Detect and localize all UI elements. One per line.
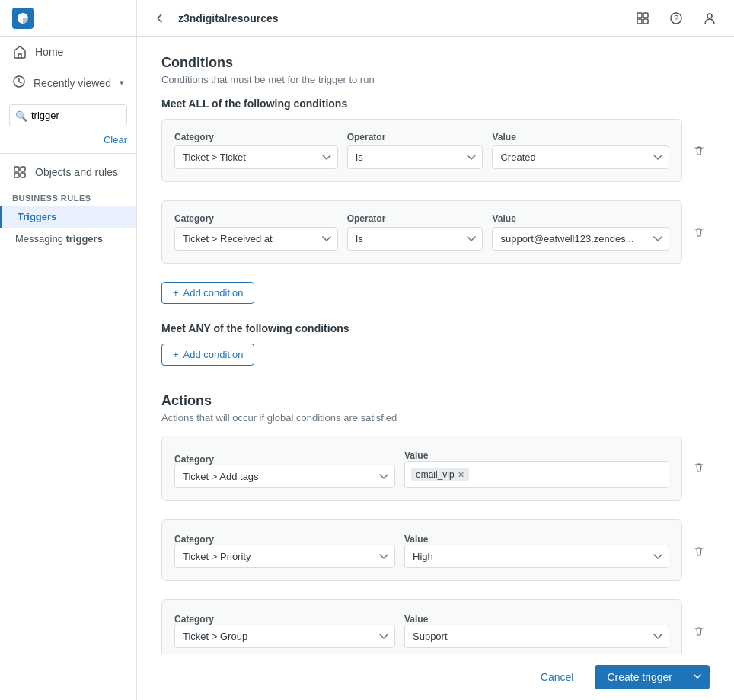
action2-category-group: Category Ticket > Priority xyxy=(174,532,395,568)
delete-condition2-button[interactable] xyxy=(688,222,710,243)
user-icon-button[interactable] xyxy=(697,6,722,30)
svg-rect-8 xyxy=(637,19,642,24)
condition2-operator-select[interactable]: Is xyxy=(347,227,483,251)
condition1-operator-group: Operator Is xyxy=(347,132,483,169)
plus-icon-any: + xyxy=(173,349,179,360)
action3-value-group: Value Support Sales xyxy=(404,612,669,648)
meet-any-section: Meet ANY of the following conditions + A… xyxy=(161,322,710,378)
condition1-value-group: Value Created xyxy=(492,132,669,169)
condition1-operator-select[interactable]: Is xyxy=(347,145,483,169)
condition2-category-select[interactable]: Ticket > Received at xyxy=(174,227,338,251)
delete-action3-button[interactable] xyxy=(688,621,710,642)
condition1-value-select[interactable]: Created xyxy=(492,145,669,169)
clear-search-button[interactable]: Clear xyxy=(0,133,136,150)
zendesk-logo-icon xyxy=(12,8,34,29)
condition2-value-label: Value xyxy=(492,213,669,224)
sidebar-item-objects-and-rules[interactable]: Objects and rules xyxy=(0,157,136,187)
svg-text:?: ? xyxy=(674,14,678,23)
sidebar-divider xyxy=(0,153,136,154)
back-button[interactable] xyxy=(149,8,171,29)
add-condition-any-label: Add condition xyxy=(184,349,244,360)
action2-value-select[interactable]: High Low Normal Urgent xyxy=(404,545,669,568)
topbar-left: z3ndigitalresources xyxy=(149,8,279,29)
help-icon-button[interactable]: ? xyxy=(664,6,688,30)
recently-viewed-label: Recently viewed xyxy=(34,77,111,89)
action2-value-group: Value High Low Normal Urgent xyxy=(404,532,669,568)
conditions-title: Conditions xyxy=(161,55,710,71)
clock-icon xyxy=(12,75,26,91)
search-icon: 🔍 xyxy=(15,110,27,121)
search-box: 🔍 xyxy=(9,104,127,126)
action-row-2: Category Ticket > Priority Value High Lo… xyxy=(161,519,710,590)
action3-category-label: Category xyxy=(174,614,214,625)
condition1-operator-label: Operator xyxy=(347,132,483,142)
add-condition-all-label: Add condition xyxy=(184,287,244,299)
delete-action1-button[interactable] xyxy=(688,457,710,478)
content-area: Conditions Conditions that must be met f… xyxy=(137,37,734,654)
action3-value-select[interactable]: Support Sales xyxy=(404,625,669,648)
action1-category-select[interactable]: Ticket > Add tags xyxy=(174,465,395,488)
action1-value-group: Value email_vip ✕ xyxy=(404,449,669,488)
meet-all-label: Meet ALL of the following conditions xyxy=(161,97,710,110)
create-trigger-dropdown-button[interactable] xyxy=(685,665,710,689)
delete-action2-button[interactable] xyxy=(688,541,710,562)
condition1-value-label: Value xyxy=(492,132,669,142)
svg-rect-5 xyxy=(21,173,25,177)
home-icon xyxy=(12,44,27,59)
action1-tags-input[interactable]: email_vip ✕ xyxy=(404,461,669,488)
cancel-button[interactable]: Cancel xyxy=(528,665,586,689)
condition2-operator-label: Operator xyxy=(347,213,483,224)
action1-category-group: Category Ticket > Add tags xyxy=(174,452,395,488)
condition2-category-label: Category xyxy=(174,213,338,224)
condition1-category-label: Category xyxy=(174,132,338,142)
condition1-category-select[interactable]: Ticket > Ticket xyxy=(174,145,338,169)
action2-category-select[interactable]: Ticket > Priority xyxy=(174,545,395,568)
sidebar-item-messaging-triggers[interactable]: Messaging triggers xyxy=(0,228,136,250)
objects-rules-label: Objects and rules xyxy=(35,166,118,178)
plus-icon: + xyxy=(173,287,179,299)
sidebar-item-recently-viewed[interactable]: Recently viewed ▾ xyxy=(0,67,136,98)
tag-label: email_vip xyxy=(416,469,455,480)
add-condition-all-button[interactable]: + Add condition xyxy=(161,282,254,304)
email-vip-tag: email_vip ✕ xyxy=(411,468,469,481)
condition2-value-select[interactable]: support@eatwell123.zendes... xyxy=(492,227,669,251)
svg-rect-3 xyxy=(21,167,25,171)
meet-any-label: Meet ANY of the following conditions xyxy=(161,322,710,334)
delete-condition1-button[interactable] xyxy=(688,140,710,161)
chevron-down-icon: ▾ xyxy=(120,78,124,88)
sidebar-item-triggers[interactable]: Triggers xyxy=(0,206,136,228)
action2-value-label: Value xyxy=(404,534,428,545)
create-trigger-group: Create trigger xyxy=(595,665,710,689)
conditions-section: Conditions Conditions that must be met f… xyxy=(161,55,710,378)
add-condition-any-button[interactable]: + Add condition xyxy=(161,344,254,366)
topbar: z3ndigitalresources ? xyxy=(137,0,734,37)
topbar-right: ? xyxy=(630,6,722,30)
create-trigger-button[interactable]: Create trigger xyxy=(595,665,685,689)
condition1-category-group: Category Ticket > Ticket xyxy=(174,132,338,169)
remove-tag-button[interactable]: ✕ xyxy=(458,470,464,480)
condition2-operator-group: Operator Is xyxy=(347,213,483,251)
condition2-value-group: Value support@eatwell123.zendes... xyxy=(492,213,669,251)
action-row-3: Category Ticket > Group Value Support Sa… xyxy=(161,599,710,654)
svg-rect-6 xyxy=(637,13,642,18)
svg-rect-2 xyxy=(14,167,19,171)
actions-section: Actions Actions that will occur if globa… xyxy=(161,393,710,654)
conditions-subtitle: Conditions that must be met for the trig… xyxy=(161,74,710,85)
svg-rect-4 xyxy=(14,173,19,177)
sidebar-logo xyxy=(0,0,136,37)
action3-category-group: Category Ticket > Group xyxy=(174,612,395,648)
main-content: z3ndigitalresources ? Conditions Conditi… xyxy=(137,0,734,700)
actions-subtitle: Actions that will occur if global condit… xyxy=(161,412,710,424)
action3-value-label: Value xyxy=(404,614,428,625)
action3-category-select[interactable]: Ticket > Group xyxy=(174,625,395,648)
sidebar-item-home[interactable]: Home xyxy=(0,37,136,67)
grid-icon-button[interactable] xyxy=(630,6,655,30)
objects-rules-icon xyxy=(12,165,27,180)
sidebar: Home Recently viewed ▾ 🔍 Clear Objects a… xyxy=(0,0,137,700)
condition-row-1: Category Ticket > Ticket Operator Is Val… xyxy=(161,119,710,191)
svg-rect-7 xyxy=(643,13,648,18)
condition-row-2: Category Ticket > Received at Operator I… xyxy=(161,200,710,273)
home-label: Home xyxy=(35,46,63,58)
action1-category-label: Category xyxy=(174,454,214,465)
action2-category-label: Category xyxy=(174,534,214,545)
